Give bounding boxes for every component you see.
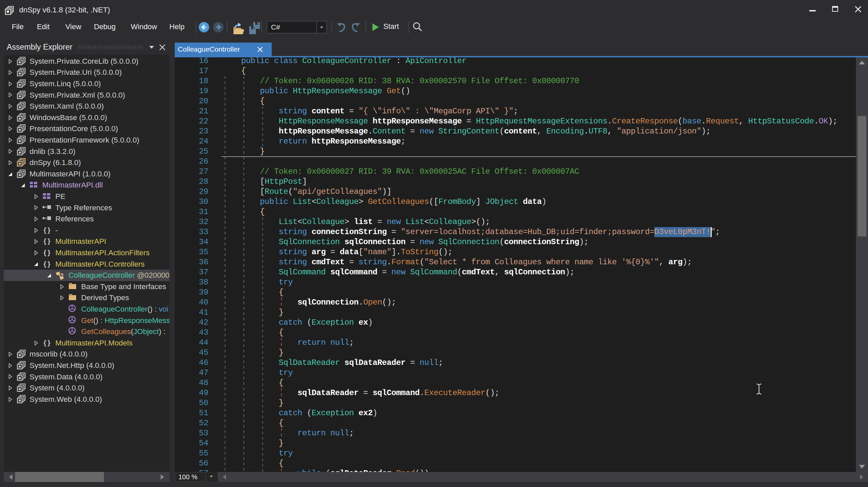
svg-text:{ }: { }	[43, 339, 51, 346]
svg-text:{ }: { }	[43, 237, 51, 245]
svg-text:{ }: { }	[43, 226, 51, 234]
svg-text:{ }: { }	[43, 260, 51, 268]
svg-text:{ }: { }	[43, 248, 51, 256]
